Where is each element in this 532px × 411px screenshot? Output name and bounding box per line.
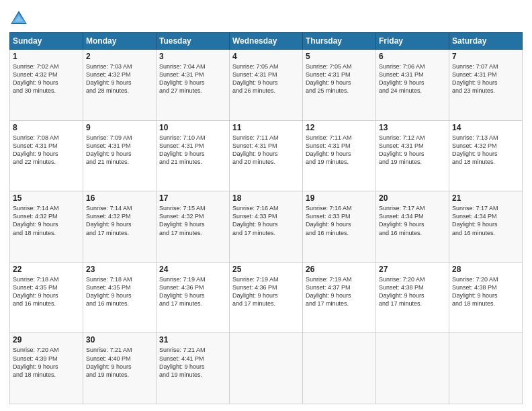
day-number: 28: [452, 265, 519, 274]
calendar-cell: 23Sunrise: 7:18 AM Sunset: 4:35 PM Dayli…: [83, 262, 157, 333]
day-info: Sunrise: 7:20 AM Sunset: 4:38 PM Dayligh…: [379, 275, 446, 308]
page: SundayMondayTuesdayWednesdayThursdayFrid…: [0, 0, 532, 411]
day-info: Sunrise: 7:18 AM Sunset: 4:35 PM Dayligh…: [13, 275, 80, 308]
calendar-cell: 20Sunrise: 7:17 AM Sunset: 4:34 PM Dayli…: [376, 191, 449, 263]
day-info: Sunrise: 7:19 AM Sunset: 4:37 PM Dayligh…: [306, 275, 373, 308]
day-number: 15: [13, 193, 80, 203]
day-number: 31: [159, 335, 226, 345]
calendar-week-4: 22Sunrise: 7:18 AM Sunset: 4:35 PM Dayli…: [10, 262, 523, 333]
day-number: 29: [13, 335, 80, 345]
calendar-cell: 25Sunrise: 7:19 AM Sunset: 4:36 PM Dayli…: [230, 262, 303, 333]
calendar-cell: 15Sunrise: 7:14 AM Sunset: 4:32 PM Dayli…: [10, 191, 83, 263]
day-number: 23: [86, 265, 153, 274]
calendar-cell: 29Sunrise: 7:20 AM Sunset: 4:39 PM Dayli…: [10, 333, 83, 404]
day-number: 16: [86, 193, 153, 203]
day-number: 25: [232, 265, 300, 274]
day-info: Sunrise: 7:10 AM Sunset: 4:31 PM Dayligh…: [159, 134, 226, 167]
calendar-cell: 2Sunrise: 7:03 AM Sunset: 4:32 PM Daylig…: [83, 50, 157, 121]
day-info: Sunrise: 7:15 AM Sunset: 4:32 PM Dayligh…: [159, 204, 226, 237]
day-info: Sunrise: 7:08 AM Sunset: 4:31 PM Dayligh…: [13, 134, 80, 167]
calendar-cell: 13Sunrise: 7:12 AM Sunset: 4:31 PM Dayli…: [376, 120, 449, 191]
weekday-header-row: SundayMondayTuesdayWednesdayThursdayFrid…: [10, 33, 523, 50]
calendar-cell: 8Sunrise: 7:08 AM Sunset: 4:31 PM Daylig…: [10, 120, 83, 191]
calendar-week-3: 15Sunrise: 7:14 AM Sunset: 4:32 PM Dayli…: [10, 191, 523, 263]
day-info: Sunrise: 7:04 AM Sunset: 4:31 PM Dayligh…: [159, 62, 226, 95]
calendar-cell: 10Sunrise: 7:10 AM Sunset: 4:31 PM Dayli…: [157, 120, 230, 191]
day-number: 30: [86, 335, 153, 345]
calendar-week-2: 8Sunrise: 7:08 AM Sunset: 4:31 PM Daylig…: [10, 120, 523, 191]
day-info: Sunrise: 7:19 AM Sunset: 4:36 PM Dayligh…: [159, 275, 226, 308]
day-number: 19: [306, 193, 373, 203]
weekday-saturday: Saturday: [449, 33, 523, 50]
day-number: 7: [452, 52, 519, 61]
calendar-cell: 16Sunrise: 7:14 AM Sunset: 4:32 PM Dayli…: [83, 191, 157, 263]
day-info: Sunrise: 7:05 AM Sunset: 4:31 PM Dayligh…: [232, 62, 300, 95]
day-info: Sunrise: 7:21 AM Sunset: 4:40 PM Dayligh…: [86, 346, 153, 379]
day-info: Sunrise: 7:02 AM Sunset: 4:32 PM Dayligh…: [13, 62, 80, 95]
calendar-cell: 11Sunrise: 7:11 AM Sunset: 4:31 PM Dayli…: [230, 120, 303, 191]
day-number: 27: [379, 265, 446, 274]
day-number: 18: [232, 193, 300, 203]
day-info: Sunrise: 7:12 AM Sunset: 4:31 PM Dayligh…: [379, 134, 446, 167]
day-info: Sunrise: 7:09 AM Sunset: 4:31 PM Dayligh…: [86, 134, 153, 167]
day-number: 6: [379, 52, 446, 61]
calendar-week-1: 1Sunrise: 7:02 AM Sunset: 4:32 PM Daylig…: [10, 50, 523, 121]
day-number: 2: [86, 52, 153, 61]
day-number: 14: [452, 123, 519, 132]
calendar-week-5: 29Sunrise: 7:20 AM Sunset: 4:39 PM Dayli…: [10, 333, 523, 404]
day-number: 17: [159, 193, 226, 203]
calendar-cell: 4Sunrise: 7:05 AM Sunset: 4:31 PM Daylig…: [230, 50, 303, 121]
day-info: Sunrise: 7:05 AM Sunset: 4:31 PM Dayligh…: [306, 62, 373, 95]
day-number: 3: [159, 52, 226, 61]
calendar-cell: [303, 333, 376, 404]
day-info: Sunrise: 7:20 AM Sunset: 4:38 PM Dayligh…: [452, 275, 519, 308]
calendar-cell: 1Sunrise: 7:02 AM Sunset: 4:32 PM Daylig…: [10, 50, 83, 121]
day-info: Sunrise: 7:18 AM Sunset: 4:35 PM Dayligh…: [86, 275, 153, 308]
day-number: 21: [452, 193, 519, 203]
day-info: Sunrise: 7:17 AM Sunset: 4:34 PM Dayligh…: [379, 204, 446, 237]
weekday-friday: Friday: [376, 33, 449, 50]
calendar-cell: [376, 333, 449, 404]
day-info: Sunrise: 7:17 AM Sunset: 4:34 PM Dayligh…: [452, 204, 519, 237]
day-info: Sunrise: 7:03 AM Sunset: 4:32 PM Dayligh…: [86, 62, 153, 95]
day-info: Sunrise: 7:16 AM Sunset: 4:33 PM Dayligh…: [232, 204, 300, 237]
calendar-cell: 27Sunrise: 7:20 AM Sunset: 4:38 PM Dayli…: [376, 262, 449, 333]
calendar-cell: 18Sunrise: 7:16 AM Sunset: 4:33 PM Dayli…: [230, 191, 303, 263]
day-info: Sunrise: 7:11 AM Sunset: 4:31 PM Dayligh…: [306, 134, 373, 167]
day-number: 20: [379, 193, 446, 203]
day-number: 1: [13, 52, 80, 61]
weekday-wednesday: Wednesday: [230, 33, 303, 50]
calendar-cell: 6Sunrise: 7:06 AM Sunset: 4:31 PM Daylig…: [376, 50, 449, 121]
day-info: Sunrise: 7:07 AM Sunset: 4:31 PM Dayligh…: [452, 62, 519, 95]
day-number: 22: [13, 265, 80, 274]
calendar-cell: 17Sunrise: 7:15 AM Sunset: 4:32 PM Dayli…: [157, 191, 230, 263]
calendar-cell: 30Sunrise: 7:21 AM Sunset: 4:40 PM Dayli…: [83, 333, 157, 404]
day-number: 12: [306, 123, 373, 132]
day-number: 13: [379, 123, 446, 132]
calendar-cell: 24Sunrise: 7:19 AM Sunset: 4:36 PM Dayli…: [157, 262, 230, 333]
calendar-cell: [449, 333, 523, 404]
day-info: Sunrise: 7:20 AM Sunset: 4:39 PM Dayligh…: [13, 346, 80, 379]
weekday-monday: Monday: [83, 33, 157, 50]
logo: [9, 9, 31, 28]
calendar-cell: 9Sunrise: 7:09 AM Sunset: 4:31 PM Daylig…: [83, 120, 157, 191]
day-number: 8: [13, 123, 80, 132]
calendar-cell: [230, 333, 303, 404]
calendar-cell: 19Sunrise: 7:16 AM Sunset: 4:33 PM Dayli…: [303, 191, 376, 263]
calendar-cell: 28Sunrise: 7:20 AM Sunset: 4:38 PM Dayli…: [449, 262, 523, 333]
calendar-cell: 31Sunrise: 7:21 AM Sunset: 4:41 PM Dayli…: [157, 333, 230, 404]
calendar-cell: 5Sunrise: 7:05 AM Sunset: 4:31 PM Daylig…: [303, 50, 376, 121]
day-number: 4: [232, 52, 300, 61]
day-info: Sunrise: 7:21 AM Sunset: 4:41 PM Dayligh…: [159, 346, 226, 379]
day-info: Sunrise: 7:14 AM Sunset: 4:32 PM Dayligh…: [86, 204, 153, 237]
day-number: 5: [306, 52, 373, 61]
weekday-tuesday: Tuesday: [157, 33, 230, 50]
weekday-thursday: Thursday: [303, 33, 376, 50]
day-number: 24: [159, 265, 226, 274]
header: [9, 7, 523, 28]
day-info: Sunrise: 7:16 AM Sunset: 4:33 PM Dayligh…: [306, 204, 373, 237]
calendar-cell: 26Sunrise: 7:19 AM Sunset: 4:37 PM Dayli…: [303, 262, 376, 333]
day-number: 9: [86, 123, 153, 132]
day-info: Sunrise: 7:14 AM Sunset: 4:32 PM Dayligh…: [13, 204, 80, 237]
day-info: Sunrise: 7:13 AM Sunset: 4:32 PM Dayligh…: [452, 134, 519, 167]
